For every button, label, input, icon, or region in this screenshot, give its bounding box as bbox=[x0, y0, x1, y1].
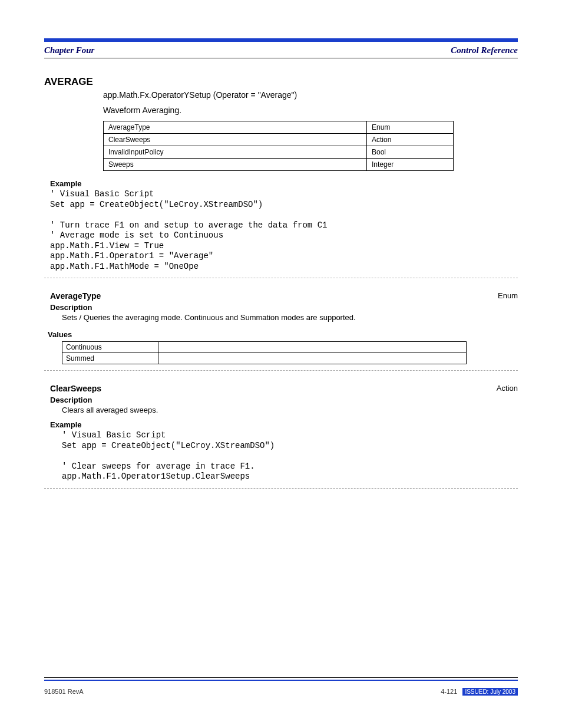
member-type: Enum bbox=[367, 121, 454, 134]
values-heading: Values bbox=[48, 330, 518, 339]
footer-row: 918501 RevA 4-121 ISSUED: July 2003 bbox=[44, 688, 518, 696]
chapter-row: Chapter Four Control Reference bbox=[44, 45, 518, 55]
example-heading: Example bbox=[50, 420, 518, 429]
footer-rule-thin bbox=[44, 677, 518, 678]
footer-rule-blue bbox=[44, 680, 518, 681]
footer-right: 4-121 ISSUED: July 2003 bbox=[441, 688, 518, 696]
member-type: Integer bbox=[367, 159, 454, 171]
footer-page-number: 4-121 bbox=[441, 688, 457, 695]
dashed-separator bbox=[44, 278, 518, 278]
averagetype-type: Enum bbox=[498, 291, 518, 300]
table-row: Sweeps Integer bbox=[104, 159, 454, 171]
clearsweeps-header-row: ClearSweeps Action bbox=[44, 384, 518, 393]
value-desc bbox=[158, 353, 467, 364]
table-row: ClearSweeps Action bbox=[104, 134, 454, 146]
clearsweeps-type: Action bbox=[497, 384, 518, 393]
averagetype-title: AverageType bbox=[50, 291, 101, 301]
table-row: AverageType Enum bbox=[104, 121, 454, 134]
values-table: Continuous Summed bbox=[62, 341, 467, 364]
header-rule bbox=[44, 58, 518, 58]
chapter-left: Chapter Four bbox=[44, 45, 94, 55]
value-name: Summed bbox=[62, 353, 158, 364]
table-row: Continuous bbox=[62, 342, 467, 353]
section-title: AVERAGE bbox=[44, 76, 518, 88]
section-intro: Waveform Averaging. bbox=[103, 106, 518, 115]
table-row: Summed bbox=[62, 353, 467, 364]
chapter-right: Control Reference bbox=[451, 45, 518, 55]
member-name: AverageType bbox=[104, 121, 367, 134]
example-code-1: ' Visual Basic Script Set app = CreateOb… bbox=[50, 189, 518, 272]
member-type: Bool bbox=[367, 146, 454, 159]
dashed-separator bbox=[44, 488, 518, 489]
member-type: Action bbox=[367, 134, 454, 146]
description-heading: Description bbox=[50, 303, 518, 312]
footer: 918501 RevA 4-121 ISSUED: July 2003 bbox=[44, 677, 518, 696]
description-text: Clears all averaged sweeps. bbox=[62, 406, 518, 414]
members-table: AverageType Enum ClearSweeps Action Inva… bbox=[103, 121, 454, 171]
footer-left: 918501 RevA bbox=[44, 688, 84, 696]
table-row: InvalidInputPolicy Bool bbox=[104, 146, 454, 159]
description-text: Sets / Queries the averaging mode. Conti… bbox=[62, 313, 518, 322]
page: Chapter Four Control Reference AVERAGE a… bbox=[0, 0, 562, 719]
member-name: ClearSweeps bbox=[104, 134, 367, 146]
section-subpath: app.Math.Fx.OperatorYSetup (Operator = "… bbox=[103, 90, 518, 100]
value-desc bbox=[158, 342, 467, 353]
top-blue-bar bbox=[44, 38, 518, 42]
footer-issued-badge: ISSUED: July 2003 bbox=[462, 688, 518, 696]
example-code-2: ' Visual Basic Script Set app = CreateOb… bbox=[62, 430, 518, 482]
value-name: Continuous bbox=[62, 342, 158, 353]
clearsweeps-title: ClearSweeps bbox=[50, 384, 101, 393]
example-heading: Example bbox=[50, 179, 518, 188]
member-name: InvalidInputPolicy bbox=[104, 146, 367, 159]
dashed-separator bbox=[44, 370, 518, 371]
member-name: Sweeps bbox=[104, 159, 367, 171]
description-heading: Description bbox=[50, 396, 518, 404]
averagetype-header-row: AverageType Enum bbox=[44, 291, 518, 301]
